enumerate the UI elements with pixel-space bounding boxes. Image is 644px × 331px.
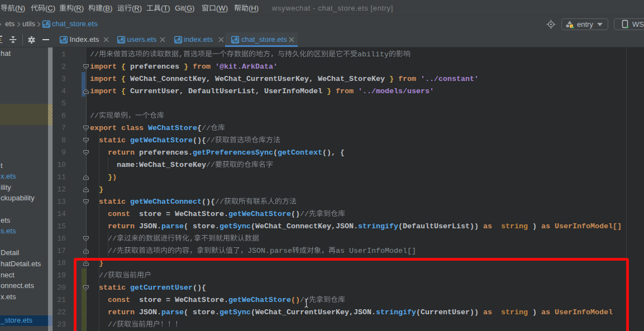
svg-text:ETS: ETS: [232, 39, 239, 43]
svg-text:ETS: ETS: [118, 39, 125, 43]
svg-text:ETS: ETS: [175, 39, 182, 43]
svg-text:ETS: ETS: [44, 23, 50, 27]
svg-text:ETS: ETS: [60, 39, 67, 43]
